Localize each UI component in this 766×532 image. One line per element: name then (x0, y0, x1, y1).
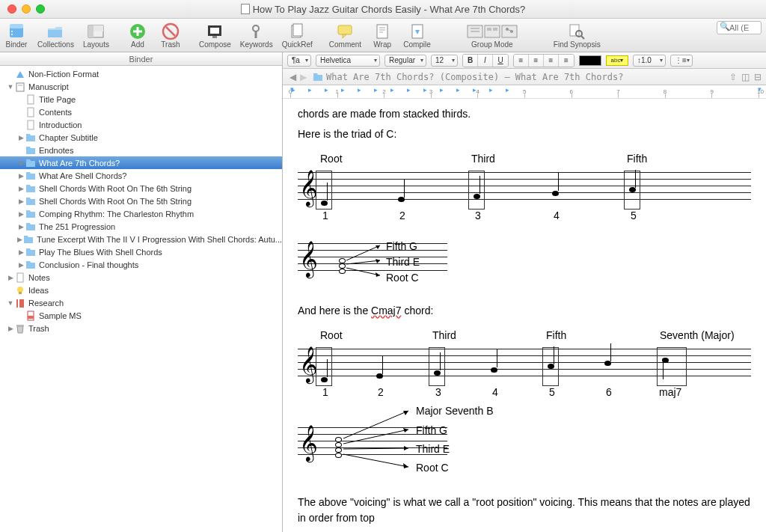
line-spacing[interactable]: ↕ 1.0 (633, 55, 666, 67)
align-center[interactable]: ≡ (529, 55, 544, 67)
disclosure-triangle[interactable]: ▶ (6, 274, 15, 281)
main-toolbar: Binder Collections Layouts Add Trash Com… (0, 19, 766, 52)
list-style[interactable]: ⋮≡ (670, 55, 693, 67)
format-bar: ¶a Helvetica Regular 12 B I U ≡ ≡ ≡ ≡ ab… (283, 52, 766, 69)
sidebar-item[interactable]: ▶Tune Excerpt With The II V I Progressio… (0, 233, 282, 245)
weight-select[interactable]: Regular (384, 55, 426, 67)
sidebar-item[interactable]: ▶Conclusion - Final thoughts (0, 258, 282, 271)
sidebar-item[interactable]: ▶Shell Chords With Root On The 6th Strin… (0, 182, 282, 195)
sidebar-item[interactable]: ▼Research (0, 296, 282, 309)
sidebar-item[interactable]: Ideas (0, 284, 282, 296)
split-v-icon[interactable]: ◫ (741, 72, 750, 82)
disclosure-triangle[interactable]: ▶ (16, 172, 25, 180)
italic-button[interactable]: I (478, 55, 493, 67)
add-button[interactable]: Add (126, 21, 150, 49)
document-icon (241, 4, 250, 14)
sidebar-item[interactable]: ▶The 251 Progression (0, 220, 282, 233)
disclosure-triangle[interactable]: ▶ (16, 248, 25, 256)
font-select[interactable]: Helvetica (316, 55, 380, 67)
comment-button[interactable]: Comment (329, 21, 361, 49)
document-path[interactable]: What Are 7th Chords? (Composite) — What … (326, 72, 623, 82)
compile-button[interactable]: Compile (403, 21, 431, 49)
sidebar-item[interactable]: ▶What Are Shell Chords? (0, 169, 282, 182)
disclosure-triangle[interactable]: ▶ (16, 210, 25, 218)
disclosure-triangle[interactable]: ▼ (6, 299, 15, 307)
trash-button[interactable]: Trash (159, 21, 183, 49)
svg-rect-31 (502, 25, 517, 37)
disclosure-triangle[interactable]: ▶ (16, 198, 25, 205)
disclosure-triangle[interactable]: ▼ (6, 83, 15, 91)
svg-rect-1 (10, 24, 23, 28)
svg-rect-19 (338, 25, 352, 34)
sidebar-item[interactable]: ▶Play The Blues With Shell Chords (0, 245, 282, 258)
outline-up-icon[interactable]: ⇧ (729, 72, 737, 82)
path-bar: ◀ ▶ What Are 7th Chords? (Composite) — W… (283, 69, 766, 85)
sidebar-item[interactable]: ▶Notes (0, 271, 282, 284)
svg-marker-61 (403, 428, 408, 432)
disclosure-triangle[interactable]: ▶ (6, 325, 15, 332)
body-text: And here is the Cmaj7 chord: (298, 303, 751, 319)
body-text: Here is the triad of C: (298, 126, 751, 142)
svg-line-54 (346, 260, 380, 264)
svg-rect-47 (16, 299, 24, 308)
sidebar-item[interactable]: Contents (0, 106, 282, 118)
svg-rect-46 (19, 292, 22, 294)
svg-rect-29 (487, 28, 491, 31)
sidebar-item[interactable]: ▶Shell Chords With Root On The 5th Strin… (0, 195, 282, 207)
disclosure-triangle[interactable]: ▼ (16, 159, 25, 167)
folder-icon (313, 73, 323, 82)
layouts-button[interactable]: Layouts (83, 21, 109, 49)
doc-icon (25, 120, 36, 130)
svg-rect-39 (16, 83, 24, 91)
history-back[interactable]: ◀ (287, 72, 298, 82)
collections-button[interactable]: Collections (37, 21, 74, 49)
sidebar-item[interactable]: Introduction (0, 118, 282, 131)
highlight-color[interactable]: abc▾ (606, 55, 628, 66)
sidebar-item[interactable]: Non-Fiction Format (0, 67, 282, 80)
paragraph-style-select[interactable]: ¶a (287, 55, 311, 67)
svg-rect-28 (485, 25, 500, 37)
sidebar-item[interactable]: Sample MS (0, 309, 282, 322)
binder-button[interactable]: Binder (4, 21, 28, 49)
sidebar-item[interactable]: ▼Manuscript (0, 80, 282, 93)
align-right[interactable]: ≡ (544, 55, 559, 67)
underline-button[interactable]: U (493, 55, 508, 67)
find-synopsis-button[interactable]: Find Synopsis (554, 21, 601, 49)
search-icon: 🔍 (720, 22, 730, 31)
size-select[interactable]: 12 (431, 55, 458, 67)
disclosure-triangle[interactable]: ▶ (16, 223, 25, 230)
editor-page[interactable]: chords are made from stacked thirds. Her… (283, 99, 766, 532)
disclosure-triangle[interactable]: ▶ (16, 134, 25, 141)
svg-point-2 (11, 31, 13, 32)
doc-icon (25, 107, 36, 117)
sidebar-item[interactable]: ▶Chapter Subtitle (0, 131, 282, 144)
sidebar-item[interactable]: Title Page (0, 93, 282, 106)
disclosure-triangle[interactable]: ▶ (16, 261, 25, 269)
tri-icon (15, 69, 25, 79)
svg-rect-42 (28, 108, 34, 117)
text-color[interactable] (579, 55, 601, 66)
sidebar-item-label: Research (28, 299, 64, 308)
sidebar-item[interactable]: ▶Comping Rhythm: The Charleston Rhythm (0, 207, 282, 220)
sidebar-item[interactable]: Endnotes (0, 144, 282, 156)
folder-icon (25, 145, 36, 156)
disclosure-triangle[interactable]: ▶ (16, 185, 25, 192)
wrap-button[interactable]: Wrap (370, 21, 394, 49)
sidebar-item-label: The 251 Progression (39, 222, 115, 231)
align-left[interactable]: ≡ (514, 55, 529, 67)
sidebar-item[interactable]: ▶Trash (0, 322, 282, 334)
doc-icon (25, 94, 36, 105)
compose-button[interactable]: Compose (199, 21, 231, 49)
quickref-button[interactable]: QuickRef (282, 21, 313, 49)
bold-button[interactable]: B (463, 55, 478, 67)
folder-icon (25, 247, 36, 257)
keywords-button[interactable]: Keywords (240, 21, 273, 49)
group-mode-button[interactable]: Group Mode (466, 21, 518, 49)
align-justify[interactable]: ≡ (559, 55, 574, 67)
seventh-staff: 𝄞 Root Third Fifth Seventh (Major) 1 2 3 (298, 326, 751, 390)
split-h-icon[interactable]: ⊟ (754, 72, 762, 82)
sidebar-item[interactable]: ▼What Are 7th Chords? (0, 156, 282, 169)
disclosure-triangle[interactable]: ▶ (16, 236, 23, 243)
ruler[interactable]: 012345678910▸▸▸▸▸▸▸▸▸▸▸▸▸▸▾▾ (283, 85, 766, 99)
sidebar-item-label: Shell Chords With Root On The 6th String (39, 184, 192, 193)
